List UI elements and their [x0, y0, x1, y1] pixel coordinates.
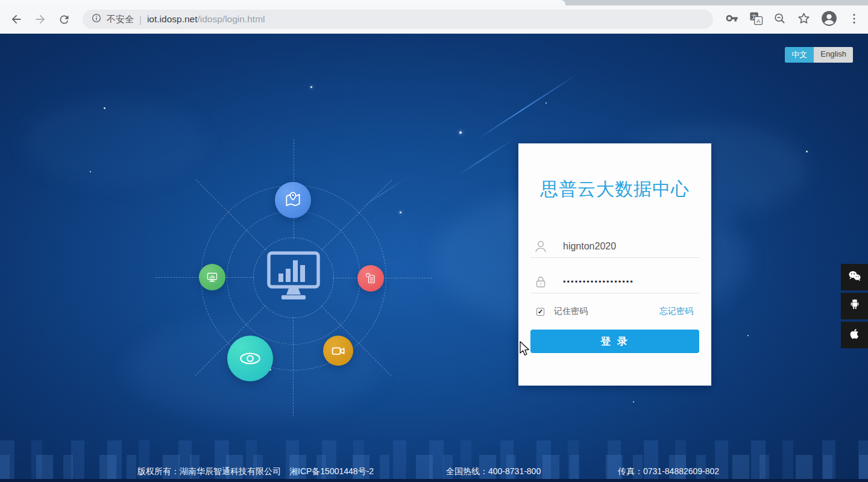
- remember-checkbox[interactable]: ✓: [536, 308, 544, 316]
- apple-button[interactable]: [841, 322, 868, 348]
- footer-fax: 传真：0731-84882609-802: [618, 466, 719, 477]
- username-field-row: [530, 235, 699, 258]
- forgot-password-link[interactable]: 忘记密码: [659, 306, 693, 317]
- active-tab[interactable]: [0, 0, 565, 5]
- eye-icon: [227, 336, 273, 381]
- wechat-button[interactable]: [841, 264, 868, 290]
- lang-english-button[interactable]: English: [814, 47, 853, 63]
- svg-text:A: A: [756, 17, 761, 24]
- security-label: 不安全: [107, 14, 134, 25]
- map-pin-icon: [275, 182, 311, 218]
- map-blob: [24, 100, 205, 184]
- app-download-buttons: [841, 264, 868, 348]
- menu-dots-icon[interactable]: [848, 12, 861, 28]
- url-host: iot.idosp.net: [147, 14, 198, 25]
- android-button[interactable]: [841, 293, 868, 319]
- footer-copyright: 版权所有：湖南华辰智通科技有限公司: [137, 466, 281, 477]
- url-path: /idosp/login.html: [198, 14, 265, 25]
- android-icon: [848, 298, 862, 315]
- mouse-cursor: [519, 341, 532, 360]
- lock-icon: [533, 274, 549, 290]
- login-page-background: 思普云大数据中心 •••••••••••••••••• ✓: [0, 34, 868, 482]
- info-circle-icon[interactable]: [91, 13, 102, 26]
- mini-monitor-icon: [199, 264, 225, 290]
- bookmark-star-icon[interactable]: [797, 11, 811, 28]
- key-icon[interactable]: [725, 11, 739, 28]
- password-input[interactable]: ••••••••••••••••••: [563, 277, 634, 286]
- dashboard-monitor-icon: [265, 251, 322, 305]
- light-streak: [476, 74, 577, 140]
- back-icon[interactable]: [10, 13, 23, 26]
- language-toggle: 中文 English: [785, 47, 853, 63]
- apple-icon: [848, 327, 862, 343]
- login-panel: 思普云大数据中心 •••••••••••••••••• ✓: [518, 143, 711, 386]
- footer-icp: 湘ICP备15001448号-2: [289, 466, 374, 477]
- profile-avatar-icon[interactable]: [821, 10, 837, 29]
- zoom-out-icon[interactable]: [773, 12, 787, 28]
- remember-label: 记住密码: [554, 306, 588, 317]
- wechat-icon: [847, 268, 863, 286]
- reload-icon[interactable]: [58, 13, 71, 26]
- tab-strip: [0, 0, 868, 5]
- url-separator: |: [139, 14, 142, 25]
- username-input[interactable]: [563, 241, 684, 252]
- address-bar[interactable]: 不安全 | iot.idosp.net/idosp/login.html: [83, 10, 713, 29]
- bottom-strip: [0, 479, 868, 482]
- browser-chrome: 不安全 | iot.idosp.net/idosp/login.html 文A: [0, 0, 868, 34]
- translate-icon[interactable]: 文A: [749, 11, 763, 28]
- user-icon: [533, 239, 549, 254]
- video-camera-icon: [323, 336, 353, 366]
- login-title: 思普云大数据中心: [518, 177, 711, 202]
- forward-icon[interactable]: [34, 13, 47, 26]
- login-button[interactable]: 登 录: [530, 330, 699, 353]
- footer: 版权所有：湖南华辰智通科技有限公司 湘ICP备15001448号-2 全国热线：…: [0, 466, 868, 477]
- report-clock-icon: [357, 265, 384, 292]
- password-field-row: ••••••••••••••••••: [530, 271, 699, 293]
- footer-hotline: 全国热线：400-8731-800: [446, 466, 541, 477]
- lang-chinese-button[interactable]: 中文: [785, 47, 814, 63]
- remember-row: ✓ 记住密码 忘记密码: [536, 305, 693, 318]
- light-streak: [456, 139, 512, 177]
